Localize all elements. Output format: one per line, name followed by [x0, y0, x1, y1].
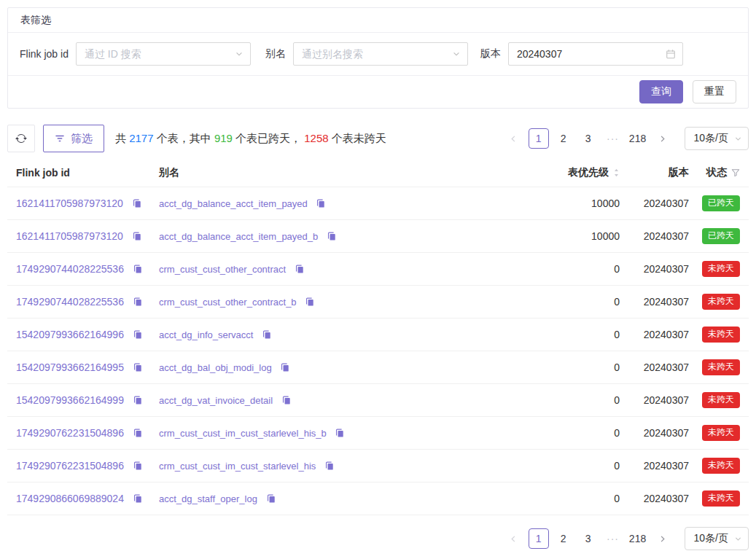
version-date-picker[interactable] [508, 42, 683, 66]
copy-icon[interactable] [281, 395, 292, 405]
copy-icon[interactable] [133, 329, 143, 340]
next-page-button[interactable] [652, 528, 673, 549]
copy-icon[interactable] [316, 198, 326, 208]
next-page-button[interactable] [652, 128, 673, 149]
page-ellipsis: ··· [603, 528, 623, 549]
summary-prefix: 共 [115, 132, 129, 144]
copy-icon[interactable] [305, 297, 315, 307]
copy-icon[interactable] [327, 231, 337, 241]
flink-job-id-cell: 1542097993662164996 [16, 329, 159, 340]
alias-link[interactable]: acct_dg_vat_invoice_detail [159, 395, 273, 406]
status-badge: 未跨天 [702, 294, 740, 309]
alias-link[interactable]: crm_cust_cust_im_cust_starlevel_his [159, 461, 316, 472]
status-badge: 未跨天 [702, 458, 740, 473]
priority-value: 0 [532, 493, 620, 504]
flink-job-id-link[interactable]: 1542097993662164995 [16, 361, 124, 373]
copy-icon[interactable] [295, 264, 305, 274]
flink-job-id-link[interactable]: 1542097993662164996 [16, 329, 124, 340]
page-number[interactable]: 1 [529, 128, 549, 149]
flink-job-id-select[interactable] [76, 42, 251, 66]
page-number[interactable]: 3 [578, 528, 599, 549]
col-header-alias: 别名 [159, 166, 532, 179]
table-row: 1749290866069889024 acct_dg_staff_oper_l… [7, 482, 749, 515]
alias-link[interactable]: acct_dg_bal_obj_modi_log [159, 362, 272, 373]
prev-page-button[interactable] [504, 128, 524, 149]
alias-link[interactable]: crm_cust_cust_im_cust_starlevel_his_b [159, 428, 327, 439]
copy-icon[interactable] [133, 264, 143, 274]
copy-icon[interactable] [133, 428, 143, 438]
flink-job-id-link[interactable]: 1621411705987973120 [16, 198, 123, 209]
alias-select[interactable] [293, 42, 468, 66]
copy-icon[interactable] [133, 493, 143, 504]
pagination-top: 123···218 10条/页 [504, 127, 749, 150]
copy-icon[interactable] [132, 231, 142, 241]
page-number[interactable]: 3 [578, 128, 599, 149]
flink-job-id-input[interactable] [85, 48, 228, 60]
filter-panel: 表筛选 Flink job id 别名 版本 [7, 7, 749, 109]
col-header-priority[interactable]: 表优先级 [532, 166, 620, 179]
status-cell: 未跨天 [689, 261, 740, 276]
copy-icon[interactable] [335, 428, 345, 438]
filter-button-label: 筛选 [71, 132, 93, 146]
alias-link[interactable]: acct_dg_info_servacct [159, 329, 253, 340]
page-size-select[interactable]: 10条/页 [685, 127, 749, 150]
sort-icon[interactable] [613, 168, 620, 178]
page-number[interactable]: 2 [553, 128, 574, 149]
flink-job-id-link[interactable]: 1749290762231504896 [16, 460, 124, 472]
filter-button[interactable]: 筛选 [43, 125, 104, 152]
status-cell: 未跨天 [689, 458, 740, 473]
flink-job-id-link[interactable]: 1749290762231504896 [16, 427, 124, 439]
flink-job-id-label: Flink job id [20, 48, 69, 60]
summary-mid1: 个表，其中 [154, 132, 214, 144]
reset-button[interactable]: 重置 [693, 80, 736, 103]
flink-job-id-cell: 1621411705987973120 [16, 198, 159, 209]
version-value: 20240307 [620, 329, 689, 340]
page-number[interactable]: 218 [628, 128, 648, 149]
status-cell: 未跨天 [689, 490, 740, 506]
alias-link[interactable]: acct_dg_staff_oper_log [159, 493, 257, 504]
priority-value: 0 [532, 329, 620, 340]
priority-value: 0 [532, 263, 620, 275]
version-value: 20240307 [620, 230, 689, 242]
copy-icon[interactable] [133, 362, 143, 372]
page-size-select[interactable]: 10条/页 [685, 527, 749, 550]
alias-label: 别名 [265, 47, 286, 60]
page-number[interactable]: 1 [529, 528, 549, 549]
copy-icon[interactable] [280, 362, 290, 372]
flink-job-id-link[interactable]: 1542097993662164999 [16, 394, 124, 406]
version-value: 20240307 [620, 394, 689, 406]
flink-job-id-link[interactable]: 1749290866069889024 [16, 493, 124, 504]
prev-page-button[interactable] [504, 528, 524, 549]
copy-icon[interactable] [133, 461, 143, 471]
copy-icon[interactable] [262, 329, 272, 340]
version-input[interactable] [517, 48, 660, 60]
query-button[interactable]: 查询 [639, 80, 683, 103]
alias-cell: acct_dg_vat_invoice_detail [159, 395, 532, 406]
flink-job-id-link[interactable]: 1621411705987973120 [16, 230, 123, 242]
copy-icon[interactable] [266, 493, 276, 504]
status-badge: 已跨天 [702, 228, 740, 243]
flink-job-id-link[interactable]: 1749290744028225536 [16, 296, 124, 308]
filter-funnel-icon[interactable] [731, 168, 740, 177]
refresh-button[interactable] [7, 125, 35, 152]
flink-job-id-link[interactable]: 1749290744028225536 [16, 263, 124, 275]
copy-icon[interactable] [133, 395, 143, 405]
flink-job-id-cell: 1542097993662164995 [16, 361, 159, 373]
table-row: 1621411705987973120 acct_dg_balance_acct… [7, 220, 749, 253]
page-number[interactable]: 218 [628, 528, 648, 549]
table-body: 1621411705987973120 acct_dg_balance_acct… [7, 187, 749, 515]
page-number[interactable]: 2 [553, 528, 574, 549]
alias-link[interactable]: acct_dg_balance_acct_item_payed [159, 198, 308, 209]
col-header-status[interactable]: 状态 [689, 166, 740, 179]
alias-link[interactable]: crm_cust_cust_other_contract_b [159, 297, 297, 308]
alias-link[interactable]: crm_cust_cust_other_contract [159, 264, 286, 275]
alias-link[interactable]: acct_dg_balance_acct_item_payed_b [159, 231, 318, 242]
copy-icon[interactable] [324, 461, 335, 471]
copy-icon[interactable] [132, 198, 142, 208]
copy-icon[interactable] [133, 297, 143, 307]
refresh-icon [15, 133, 27, 144]
pager-pages: 123···218 [529, 528, 648, 549]
alias-input[interactable] [302, 48, 445, 60]
filter-lines-icon [55, 133, 65, 144]
version-label: 版本 [480, 47, 501, 60]
